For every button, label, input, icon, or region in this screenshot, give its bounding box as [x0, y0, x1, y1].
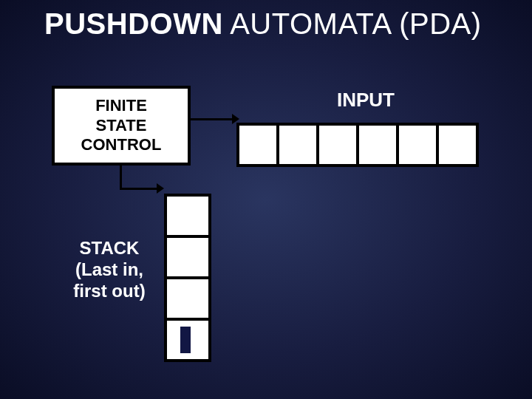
- input-tape: [236, 123, 479, 167]
- title-rest: AUTOMATA (PDA): [223, 7, 482, 40]
- connector-fsc-to-tape: [189, 118, 235, 120]
- stack-cell: [167, 279, 208, 321]
- tape-cell: [319, 126, 359, 164]
- tape-cell: [239, 126, 279, 164]
- finite-state-control-label: FINITE STATE CONTROL: [81, 96, 162, 154]
- slide-title: PUSHDOWN AUTOMATA (PDA): [44, 7, 482, 41]
- tape-cell: [279, 126, 319, 164]
- finite-state-control-box: FINITE STATE CONTROL: [52, 86, 191, 166]
- stack-cell: [167, 197, 208, 238]
- connector-fsc-to-stack: [120, 164, 122, 189]
- input-label: INPUT: [337, 89, 395, 112]
- arrowhead-icon: [157, 183, 164, 194]
- title-bold: PUSHDOWN: [44, 7, 223, 40]
- tape-cell: [359, 126, 399, 164]
- stack-cell: [167, 238, 208, 279]
- arrowhead-icon: [232, 114, 239, 124]
- connector-fsc-to-stack: [120, 188, 160, 190]
- stack-bottom-marker: [180, 327, 191, 353]
- stack-label: STACK (Last in, first out): [58, 238, 161, 301]
- tape-cell: [439, 126, 476, 164]
- tape-cell: [399, 126, 439, 164]
